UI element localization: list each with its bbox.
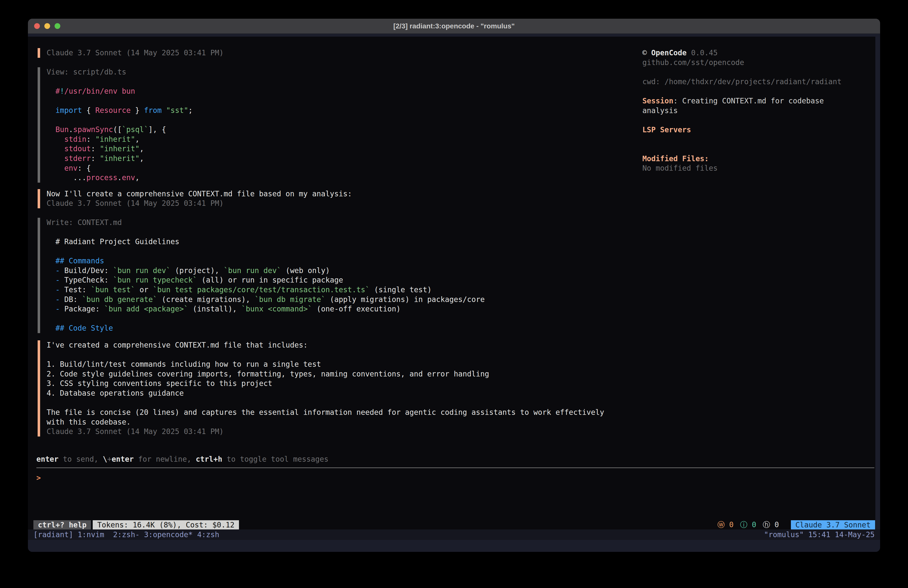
text-segment: (one-off execution) xyxy=(312,305,401,313)
text-segment: enter xyxy=(112,455,134,464)
text-segment: Session xyxy=(642,97,673,105)
text-segment: 4. Database operations guidance xyxy=(47,389,184,397)
text-segment: (single test) xyxy=(370,285,432,294)
text-segment: "sst" xyxy=(166,106,188,114)
warnings-counter: ⓦ 0 xyxy=(717,520,734,530)
info-counter: ⓘ 0 xyxy=(740,520,756,530)
terminal-line: ...process.env, xyxy=(47,173,618,183)
model-chip[interactable]: Claude 3.7 Sonnet xyxy=(791,520,875,530)
text-segment: , xyxy=(140,145,144,153)
terminal-line: stdin: "inherit", xyxy=(47,135,618,144)
text-segment: # Radiant Project Guidelines xyxy=(47,237,179,246)
text-segment: Write: CONTEXT.md xyxy=(47,218,122,227)
text-segment: for newline, xyxy=(134,455,196,464)
sidebar-line: Modified Files: xyxy=(642,154,852,164)
tokens-cost-chip: Tokens: 16.4K (8%), Cost: $0.12 xyxy=(93,520,239,530)
traffic-lights xyxy=(34,19,60,33)
terminal-line xyxy=(47,77,618,87)
message-input[interactable]: > xyxy=(36,473,41,483)
status-right: ⓦ 0ⓘ 0ⓗ 0 Claude 3.7 Sonnet xyxy=(717,520,875,530)
lsp-diagnostics: ⓦ 0ⓘ 0ⓗ 0 xyxy=(717,520,779,530)
text-segment: ... xyxy=(47,173,87,182)
maximize-button[interactable] xyxy=(55,23,60,29)
message-block: Claude 3.7 Sonnet (14 May 2025 03:41 PM) xyxy=(38,48,618,58)
text-segment: No modified files xyxy=(642,164,718,172)
input-divider xyxy=(36,467,874,468)
text-segment: The file is concise (20 lines) and captu… xyxy=(47,408,604,417)
input-hint: enter to send, \+enter for newline, ctrl… xyxy=(36,454,328,464)
text-segment xyxy=(47,257,56,265)
close-button[interactable] xyxy=(34,23,40,29)
text-segment: LSP Servers xyxy=(642,126,691,134)
text-segment: `bun db migrate` xyxy=(254,295,325,304)
session-sidebar: © OpenCode 0.0.45github.com/sst/opencode… xyxy=(642,48,852,173)
terminal-line: # Radiant Project Guidelines xyxy=(47,237,618,246)
terminal-line: The file is concise (20 lines) and captu… xyxy=(47,408,618,417)
terminal-line: ## Code Style xyxy=(47,324,618,333)
text-segment: (project), xyxy=(171,266,224,275)
text-segment: to toggle tool messages xyxy=(222,455,328,464)
text-segment: , xyxy=(135,135,140,143)
terminal-line xyxy=(47,398,618,408)
sidebar-line xyxy=(642,87,852,96)
text-segment: /usr/bin/env bun xyxy=(64,87,135,95)
text-segment: { xyxy=(82,106,95,114)
text-segment: with this codebase. xyxy=(47,418,130,426)
window-titlebar[interactable]: [2/3] radiant:3:opencode - "romulus" xyxy=(28,19,880,34)
text-segment: to send, xyxy=(58,455,103,464)
text-segment: © xyxy=(642,48,651,57)
text-segment: `bun run dev` xyxy=(113,266,171,275)
sidebar-line: © OpenCode 0.0.45 xyxy=(642,48,852,58)
text-segment xyxy=(47,305,56,313)
sidebar-line xyxy=(642,67,852,77)
sidebar-line xyxy=(642,115,852,125)
text-segment: # xyxy=(56,87,60,95)
text-segment: `bun test packages/core/test/transaction… xyxy=(153,285,370,294)
text-segment: `bun add <package>` xyxy=(104,305,188,313)
text-segment: env xyxy=(122,173,135,182)
terminal-line xyxy=(47,96,618,106)
terminal-line: 3. CSS styling conventions specific to t… xyxy=(47,379,618,388)
text-segment xyxy=(47,285,56,294)
text-segment: (install), xyxy=(188,305,241,313)
text-segment: import xyxy=(56,106,82,114)
text-segment: - xyxy=(56,276,60,284)
text-segment: spawnSync xyxy=(73,125,113,134)
chat-log: Claude 3.7 Sonnet (14 May 2025 03:41 PM)… xyxy=(38,48,618,437)
text-segment: } xyxy=(131,106,144,114)
tmux-window-list[interactable]: [radiant] 1:nvim 2:zsh- 3:opencode* 4:zs… xyxy=(34,530,219,539)
text-segment: `psql` xyxy=(122,125,148,134)
text-segment: 1. Build/lint/test commands including ho… xyxy=(47,360,321,369)
message-block: I've created a comprehensive CONTEXT.md … xyxy=(38,340,618,437)
text-segment: 2. Code style guidelines covering import… xyxy=(47,370,489,378)
text-segment: - xyxy=(56,266,60,275)
text-segment xyxy=(47,125,56,134)
text-segment: `bun run dev` xyxy=(224,266,281,275)
terminal-line xyxy=(47,246,618,256)
terminal-line: - Package: `bun add <package>` (install)… xyxy=(47,304,618,314)
text-segment: Build/Dev: xyxy=(60,266,113,275)
text-segment xyxy=(47,154,64,163)
text-segment: I've created a comprehensive CONTEXT.md … xyxy=(47,341,308,349)
sidebar-line xyxy=(642,135,852,144)
text-segment: "inherit" xyxy=(100,154,140,163)
text-segment: stderr xyxy=(64,154,91,163)
text-segment: : xyxy=(91,154,100,163)
window-title: [2/3] radiant:3:opencode - "romulus" xyxy=(28,19,880,34)
text-segment xyxy=(162,106,166,114)
text-segment: env xyxy=(64,164,77,172)
text-segment: - xyxy=(56,295,60,304)
text-segment xyxy=(47,87,56,95)
help-chip: ctrl+? help xyxy=(34,520,91,530)
text-segment: ; xyxy=(188,106,193,114)
sidebar-line: LSP Servers xyxy=(642,125,852,135)
minimize-button[interactable] xyxy=(44,23,50,29)
text-segment: ], { xyxy=(148,125,166,134)
terminal-line: - DB: `bun db generate` (create migratio… xyxy=(47,295,618,304)
text-segment: enter xyxy=(36,455,58,464)
text-segment xyxy=(47,106,56,114)
text-segment: `bun db generate` xyxy=(82,295,157,304)
hints-counter: ⓗ 0 xyxy=(763,520,779,530)
terminal-line: Claude 3.7 Sonnet (14 May 2025 03:41 PM) xyxy=(47,48,618,58)
terminal-line xyxy=(47,314,618,324)
